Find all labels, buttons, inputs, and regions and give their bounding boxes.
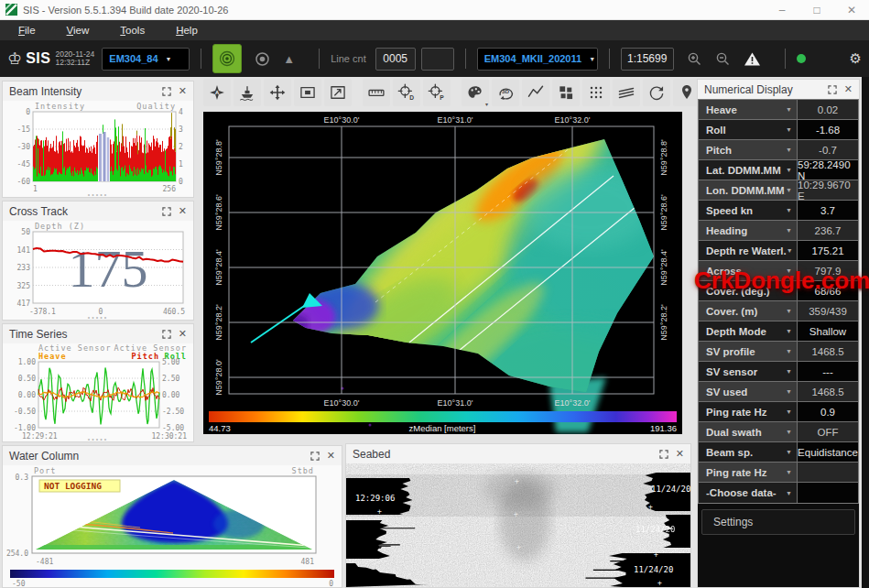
nd-row: Speed kn▼3.7 xyxy=(699,201,858,221)
close-button[interactable]: ✕ xyxy=(834,0,869,20)
ruler-button[interactable] xyxy=(363,79,390,106)
maximize-button[interactable]: □ xyxy=(799,0,834,20)
svg-text:-45: -45 xyxy=(17,160,31,169)
water-column-panel: Water Column ✕ xyxy=(2,445,342,588)
fit-view-button[interactable] xyxy=(324,79,352,106)
expand-icon[interactable] xyxy=(828,85,837,94)
nd-field-selector[interactable]: Cover. (m)▼ xyxy=(699,301,798,321)
svg-text:P: P xyxy=(440,94,444,101)
settings-button[interactable]: Settings xyxy=(701,509,855,535)
svg-text:0: 0 xyxy=(329,580,333,587)
svg-text:11/24/20: 11/24/20 xyxy=(634,565,673,574)
sounder-select-dropdown[interactable]: EM304_84 ▼ xyxy=(102,48,190,71)
beam-intensity-panel: Beam Intensity ✕ Intensity Quality 0 -15… xyxy=(2,81,194,198)
expand-icon[interactable] xyxy=(659,450,668,459)
nd-field-selector[interactable]: Depth re Waterl.▼ xyxy=(699,241,798,260)
blocks-button[interactable] xyxy=(552,79,580,106)
record-button[interactable] xyxy=(255,51,270,67)
expand-icon[interactable] xyxy=(162,87,171,96)
main-toolbar: ♔ SIS 2020-11-2412:32:11Z EM304_84 ▼ ▲ L… xyxy=(0,40,869,77)
nd-field-selector[interactable]: Lat. DDMM.MM▼ xyxy=(699,160,798,180)
menu-file[interactable]: File xyxy=(18,25,36,36)
svg-text:191.36: 191.36 xyxy=(650,423,677,433)
rotate-3d-button[interactable]: 3D xyxy=(492,79,519,106)
nd-value: -1.68 xyxy=(798,120,858,139)
nd-field-selector[interactable]: Speed kn▼ xyxy=(699,201,798,220)
nd-field-selector[interactable]: Heading▼ xyxy=(699,221,798,240)
panel-splitter[interactable]: ••••• xyxy=(3,192,193,197)
nd-value: 1468.5 xyxy=(798,382,858,401)
nd-field-selector[interactable]: Heave▼ xyxy=(699,100,798,119)
contours-button[interactable] xyxy=(613,79,640,106)
panel-splitter[interactable]: ••••• xyxy=(3,437,193,441)
svg-text:Pitch: Pitch xyxy=(131,352,159,361)
refresh-button[interactable] xyxy=(643,79,670,106)
nd-field-selector[interactable]: Ping rate Hz▼ xyxy=(699,463,798,482)
nd-field-selector[interactable]: Beam sp.▼ xyxy=(699,442,798,462)
svg-text:5.00: 5.00 xyxy=(162,358,179,366)
right-dock-strip[interactable] xyxy=(862,77,869,588)
nd-field-selector[interactable]: Roll▼ xyxy=(699,120,798,139)
nd-row: SV sensor▼--- xyxy=(699,362,858,382)
close-icon[interactable]: ✕ xyxy=(676,449,684,459)
expand-icon[interactable] xyxy=(310,452,320,461)
menu-tools[interactable]: Tools xyxy=(120,25,145,36)
minimize-button[interactable]: – xyxy=(765,0,799,20)
center-position-button[interactable]: P xyxy=(423,79,451,106)
water-column-header: Water Column ✕ xyxy=(3,446,342,465)
nd-field-selector[interactable]: SV profile▼ xyxy=(699,342,798,361)
survey-select-dropdown[interactable]: EM304_MKII_202011 ▼ xyxy=(477,48,598,71)
pan-button[interactable] xyxy=(264,79,291,106)
raise-transducer-button[interactable]: ▲ xyxy=(283,52,295,66)
panel-title: Water Column xyxy=(9,450,303,463)
svg-text:1: 1 xyxy=(179,160,183,169)
nd-value: 10:29.9670 E xyxy=(798,180,858,200)
north-arrow-button[interactable]: A xyxy=(203,79,231,106)
menu-help[interactable]: Help xyxy=(176,25,198,36)
nd-field-selector[interactable]: Ping rate Hz▼ xyxy=(699,402,798,421)
palette-button[interactable]: ▾ xyxy=(462,79,489,106)
svg-text:2.50: 2.50 xyxy=(162,375,179,383)
nd-field-selector[interactable]: Pitch▼ xyxy=(699,140,798,159)
zoom-in-icon[interactable] xyxy=(687,51,702,67)
panel-splitter[interactable]: ••••• xyxy=(3,315,193,320)
map-canvas[interactable]: E10°30.0' E10°31.0' E10°32.0' E10°30.0' … xyxy=(203,112,682,434)
close-icon[interactable]: ✕ xyxy=(844,84,853,94)
close-icon[interactable]: ✕ xyxy=(179,329,187,339)
nd-field-selector[interactable]: SV used▼ xyxy=(699,382,798,401)
nd-field-selector[interactable]: SV sensor▼ xyxy=(699,362,798,381)
vessel-button[interactable] xyxy=(234,79,261,106)
menu-view[interactable]: View xyxy=(67,25,90,36)
nd-value: --- xyxy=(798,362,858,381)
warning-icon[interactable] xyxy=(744,51,761,67)
seabed-panel: Seabed ✕ xyxy=(345,443,691,588)
close-icon[interactable]: ✕ xyxy=(327,451,335,461)
map-scale-field[interactable]: 1:15699 xyxy=(621,48,674,71)
center-depth-button[interactable]: D xyxy=(393,79,420,106)
close-icon[interactable]: ✕ xyxy=(179,206,187,216)
svg-text:4: 4 xyxy=(179,108,183,116)
nd-value: 175.21 xyxy=(798,241,858,260)
svg-text:-0.50: -0.50 xyxy=(14,408,36,416)
nd-field-selector[interactable]: Depth Mode▼ xyxy=(699,321,798,341)
svg-text:+: + xyxy=(657,579,662,587)
nd-field-selector[interactable]: Lon. DDMM.MM▼ xyxy=(699,180,798,200)
svg-text:E10°31.0': E10°31.0' xyxy=(438,115,473,125)
nd-row: SV profile▼1468.5 xyxy=(699,342,858,362)
gear-icon[interactable]: ⚙ xyxy=(850,50,862,67)
status-ok-indicator xyxy=(797,54,806,63)
svg-text:0.50: 0.50 xyxy=(18,375,36,383)
line-count-field-secondary[interactable] xyxy=(421,48,454,71)
expand-icon[interactable] xyxy=(162,207,171,216)
zoom-out-icon[interactable] xyxy=(715,51,731,67)
zoom-window-button[interactable] xyxy=(294,79,321,106)
line-count-field[interactable]: 0005 xyxy=(375,48,416,71)
polyline-button[interactable] xyxy=(522,79,549,106)
pinging-toggle-button[interactable] xyxy=(212,44,242,73)
nd-field-selector[interactable]: Dual swath▼ xyxy=(699,422,798,441)
expand-icon[interactable] xyxy=(162,330,171,339)
close-icon[interactable]: ✕ xyxy=(179,86,187,96)
nd-field-selector[interactable]: -Choose data-▼ xyxy=(699,483,798,503)
points-button[interactable] xyxy=(582,79,610,106)
svg-text:N59°28.2': N59°28.2' xyxy=(214,304,223,341)
